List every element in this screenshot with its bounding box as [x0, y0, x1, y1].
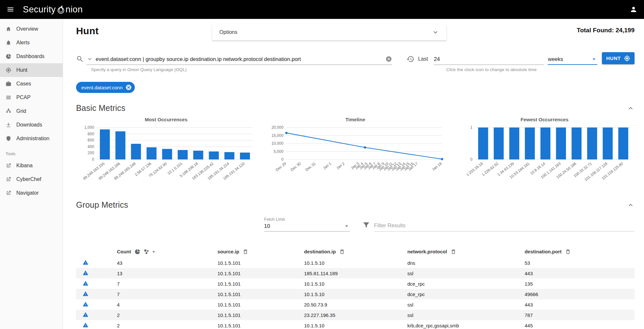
sidebar-tool-kibana[interactable]: Kibana: [0, 159, 63, 172]
sidebar-item-grid[interactable]: Grid: [0, 104, 63, 118]
chart-title: Most Occurrences: [76, 117, 256, 122]
table-cell-value[interactable]: 10.1.5.101: [217, 281, 241, 287]
collapse-group-metrics-icon[interactable]: [627, 201, 635, 209]
svg-text:1.203.16.18: 1.203.16.18: [465, 161, 483, 177]
table-cell-value[interactable]: 4: [117, 302, 119, 307]
sidebar-tools: KibanaCyberChefNavigator: [0, 159, 63, 200]
app-logo[interactable]: Securitynion: [23, 5, 83, 15]
table-cell-value[interactable]: 443: [525, 271, 533, 276]
table-cell-value[interactable]: 185.81.114.189: [304, 271, 338, 276]
sidebar-item-hunt[interactable]: Hunt: [0, 63, 63, 77]
sidebar-item-label: Alerts: [16, 40, 30, 46]
sidebar-tool-navigator[interactable]: Navigator: [0, 186, 63, 200]
table-cell-value[interactable]: dce_rpc: [407, 292, 425, 297]
table-cell-value[interactable]: 43: [117, 260, 122, 266]
table-cell-value[interactable]: 10.1.5.101: [217, 271, 241, 276]
fetch-limit-select[interactable]: Fetch Limit 10: [264, 217, 350, 232]
table-cell-value[interactable]: ssl: [407, 312, 413, 318]
table-cell-value[interactable]: 443: [525, 302, 533, 307]
sidebar-item-cases[interactable]: Cases: [0, 77, 63, 91]
sidebar-tool-cyberchef[interactable]: CyberChef: [0, 172, 63, 186]
table-header-expand-column: [76, 245, 112, 258]
table-cell-value[interactable]: 10.1.5.10: [304, 281, 324, 287]
bell-icon: [6, 40, 11, 46]
user-menu-button[interactable]: [630, 6, 637, 13]
table-cell-value[interactable]: 10.1.5.101: [217, 302, 241, 307]
table-cell-value[interactable]: 7: [117, 292, 119, 297]
options-label: Options: [219, 29, 237, 35]
table-cell-value[interactable]: 10.1.5.101: [217, 292, 241, 297]
svg-text:Dec 30: Dec 30: [290, 161, 301, 172]
table-cell-value[interactable]: 49666: [525, 292, 538, 297]
duration-input[interactable]: [434, 56, 544, 62]
table-cell-value[interactable]: krb,dce_rpc,gssapi,smb: [407, 323, 459, 328]
table-cell-value[interactable]: 10.1.5.10: [304, 260, 324, 266]
warning-icon[interactable]: [83, 280, 88, 286]
onion-logo-icon: [56, 6, 65, 14]
table-cell-value[interactable]: ssl: [407, 271, 413, 276]
warning-icon[interactable]: [83, 312, 88, 318]
table-cell-value[interactable]: 7: [117, 281, 119, 287]
table-cell-value[interactable]: 787: [525, 312, 533, 318]
clear-query-icon[interactable]: [385, 56, 392, 62]
table-cell-value[interactable]: ssl: [407, 302, 413, 307]
sidebar-item-overview[interactable]: Overview: [0, 22, 63, 36]
column-header-destination.ip[interactable]: destination.ip: [299, 245, 403, 258]
table-cell-value[interactable]: 20.50.73.9: [304, 302, 327, 307]
table-cell-value[interactable]: 13: [117, 271, 122, 276]
sidebar-item-dashboards[interactable]: Dashboards: [0, 50, 63, 63]
warning-icon[interactable]: [83, 260, 88, 265]
hunt-button[interactable]: HUNT: [602, 52, 635, 64]
hamburger-icon: [7, 6, 14, 13]
filter-chip[interactable]: event.dataset:conn: [76, 82, 135, 93]
table-cell-value[interactable]: 53: [525, 260, 530, 266]
caret-down-icon: [343, 223, 350, 229]
table-cell-value[interactable]: 10.1.5.10: [304, 323, 324, 328]
collapse-basic-metrics-icon[interactable]: [627, 104, 635, 112]
delete-icon[interactable]: [450, 249, 456, 255]
table-cell-value[interactable]: 135: [525, 281, 533, 287]
table-header-row: Countsource.ipdestination.ipnetwork.prot…: [76, 245, 635, 258]
table-cell-value[interactable]: 2: [117, 323, 119, 328]
pie-chart-icon[interactable]: [134, 249, 140, 255]
sidebar-item-administration[interactable]: Administration: [0, 132, 63, 145]
group-options-icon[interactable]: [144, 249, 149, 255]
delete-icon[interactable]: [243, 249, 248, 255]
caret-down-icon: [591, 56, 597, 62]
filter-icon: [362, 221, 370, 229]
filter-results-input[interactable]: [374, 222, 635, 229]
table-cell-value[interactable]: dce_rpc: [407, 281, 425, 287]
table-cell-value[interactable]: 2: [117, 312, 119, 318]
table-cell-value[interactable]: 10.1.5.101: [217, 312, 241, 318]
table-cell-value[interactable]: 10.1.5.101: [217, 323, 241, 328]
delete-icon[interactable]: [339, 249, 345, 255]
duration-unit-select[interactable]: weeks: [548, 56, 597, 65]
table-cell-value[interactable]: 445: [525, 323, 533, 328]
menu-button[interactable]: [7, 6, 14, 13]
options-panel[interactable]: Options: [212, 24, 447, 40]
warning-icon[interactable]: [83, 291, 88, 297]
warning-icon[interactable]: [83, 301, 88, 307]
history-icon[interactable]: [406, 55, 414, 63]
group-metrics-controls: Fetch Limit 10: [76, 217, 635, 232]
column-header-source.ip[interactable]: source.ip: [213, 245, 299, 258]
total-found: Total Found: 24,199: [577, 24, 635, 34]
sidebar-item-pcap[interactable]: PCAP: [0, 91, 63, 104]
caret-down-icon[interactable]: [151, 249, 157, 255]
column-header-destination.port[interactable]: destination.port: [520, 245, 635, 258]
warning-icon[interactable]: [83, 270, 88, 276]
table-cell-value[interactable]: dns: [407, 260, 415, 266]
column-header-Count[interactable]: Count: [112, 245, 213, 258]
query-input[interactable]: [96, 56, 383, 62]
query-history-dropdown-icon[interactable]: [86, 56, 93, 62]
warning-icon[interactable]: [83, 322, 88, 328]
sidebar-item-downloads[interactable]: Downloads: [0, 118, 63, 132]
table-cell-value[interactable]: 10.1.5.101: [217, 260, 241, 266]
table-cell-value[interactable]: 23.227.196.35: [304, 312, 335, 318]
table-cell-value[interactable]: 10.1.5.10: [304, 292, 324, 297]
delete-icon[interactable]: [565, 249, 571, 255]
sidebar-item-alerts[interactable]: Alerts: [0, 36, 63, 50]
grid-icon: [6, 108, 11, 114]
column-header-network.protocol[interactable]: network.protocol: [403, 245, 520, 258]
chip-close-icon[interactable]: [125, 84, 132, 91]
